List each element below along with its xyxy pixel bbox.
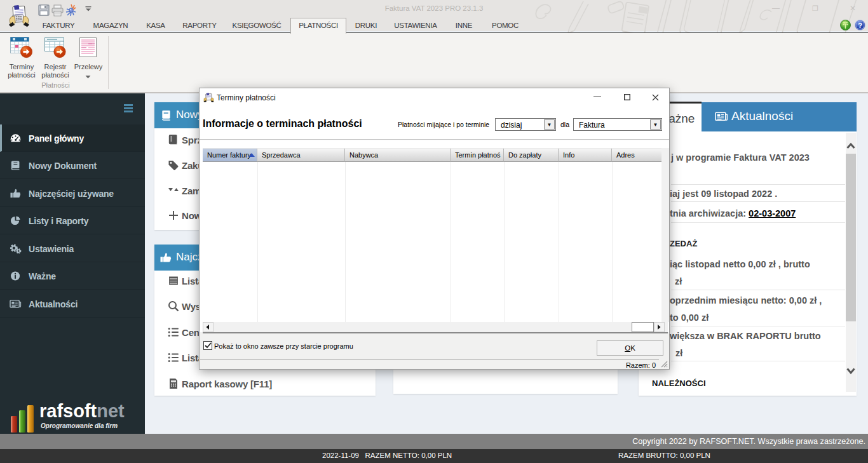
svg-text:?: ?	[858, 22, 862, 29]
